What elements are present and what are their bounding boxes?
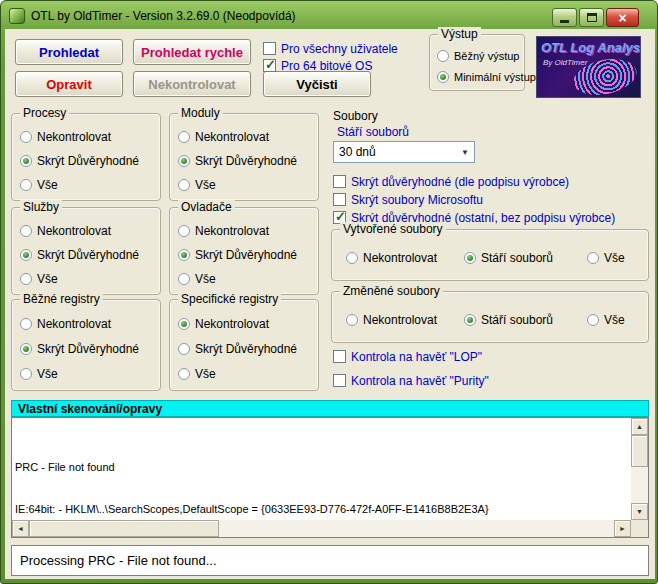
radio-standard-registry-hide-trusted[interactable]: Skrýt Důvěryhodné bbox=[20, 341, 139, 356]
custom-scan-text[interactable]: PRC - File not found IE:64bit: - HKLM\..… bbox=[15, 420, 629, 518]
radio-icon bbox=[20, 318, 32, 330]
radio-label: Vše bbox=[195, 272, 216, 286]
group-modules: Moduly Nekontrolovat Skrýt Důvěryhodné V… bbox=[169, 113, 319, 201]
radio-icon bbox=[178, 368, 190, 380]
radio-output-minimal[interactable]: Minimální výstup bbox=[437, 69, 536, 84]
radio-label: Minimální výstup bbox=[454, 71, 536, 83]
checkbox-lop[interactable]: Kontrola na havěť "LOP" bbox=[333, 349, 482, 364]
radio-modules-all[interactable]: Vše bbox=[178, 177, 216, 192]
maximize-icon bbox=[587, 13, 597, 22]
checkbox-all-users[interactable]: Pro všechny uživatele bbox=[263, 41, 398, 56]
log-line: IE:64bit: - HKLM\..\SearchScopes,Default… bbox=[15, 502, 629, 516]
log-area[interactable]: PRC - File not found IE:64bit: - HKLM\..… bbox=[11, 417, 649, 538]
scrollbar-corner bbox=[631, 520, 648, 537]
horizontal-scrollbar[interactable]: ◄ ► bbox=[12, 520, 631, 537]
group-title: Moduly bbox=[178, 106, 223, 120]
checkbox-hide-microsoft[interactable]: Skrýt soubory Microsoftu bbox=[333, 192, 483, 207]
checkbox-checked-icon bbox=[263, 59, 276, 72]
radio-label: Nekontrolovat bbox=[37, 224, 111, 238]
radio-label: Stáří souborů bbox=[481, 313, 553, 327]
radio-drivers-none[interactable]: Nekontrolovat bbox=[178, 223, 269, 238]
close-button[interactable]: × bbox=[606, 8, 639, 27]
vertical-scrollbar[interactable]: ▲ ▼ bbox=[631, 418, 648, 520]
checkbox-label: Pro 64 bitové OS bbox=[281, 59, 372, 73]
radio-label: Skrýt Důvěryhodné bbox=[37, 248, 139, 262]
radio-custom-registry-all[interactable]: Vše bbox=[178, 366, 216, 381]
app-icon bbox=[9, 8, 25, 24]
group-title: Vytvořené soubory bbox=[340, 222, 446, 236]
left-arrow-icon: ◄ bbox=[17, 525, 24, 532]
radio-selected-icon bbox=[178, 155, 190, 167]
radio-label: Skrýt Důvěryhodné bbox=[195, 248, 297, 262]
radio-services-hide-trusted[interactable]: Skrýt Důvěryhodné bbox=[20, 247, 139, 262]
checkbox-win64[interactable]: Pro 64 bitové OS bbox=[263, 58, 372, 73]
checkbox-icon bbox=[333, 350, 346, 363]
radio-label: Skrýt Důvěryhodné bbox=[37, 154, 139, 168]
client-area: Prohledat Prohledat rychle Opravit Nekon… bbox=[5, 29, 655, 579]
radio-label: Skrýt Důvěryhodné bbox=[195, 342, 297, 356]
radio-selected-icon bbox=[20, 155, 32, 167]
radio-services-none[interactable]: Nekontrolovat bbox=[20, 223, 111, 238]
radio-label: Stáří souborů bbox=[481, 251, 553, 265]
scroll-right-button[interactable]: ► bbox=[614, 520, 631, 537]
radio-standard-registry-all[interactable]: Vše bbox=[20, 366, 58, 381]
none-button[interactable]: Nekontrolovat bbox=[133, 71, 251, 97]
radio-created-none[interactable]: Nekontrolovat bbox=[346, 250, 437, 265]
group-custom-registry: Specifické registry Nekontrolovat Skrýt … bbox=[169, 299, 319, 391]
radio-output-standard[interactable]: Běžný výstup bbox=[437, 48, 519, 63]
scroll-up-button[interactable]: ▲ bbox=[631, 418, 648, 435]
horizontal-scroll-thumb[interactable] bbox=[29, 520, 219, 537]
status-text: Processing PRC - File not found... bbox=[20, 553, 217, 568]
radio-processes-hide-trusted[interactable]: Skrýt Důvěryhodné bbox=[20, 153, 139, 168]
radio-created-all[interactable]: Vše bbox=[587, 250, 625, 265]
radio-selected-icon bbox=[20, 343, 32, 355]
checkbox-purity[interactable]: Kontrola na havěť "Purity" bbox=[333, 373, 489, 388]
radio-processes-none[interactable]: Nekontrolovat bbox=[20, 129, 111, 144]
vertical-scroll-thumb[interactable] bbox=[631, 435, 648, 467]
radio-modules-hide-trusted[interactable]: Skrýt Důvěryhodné bbox=[178, 153, 297, 168]
group-title: Služby bbox=[20, 200, 62, 214]
scroll-down-button[interactable]: ▼ bbox=[631, 503, 648, 520]
radio-drivers-all[interactable]: Vše bbox=[178, 271, 216, 286]
radio-standard-registry-none[interactable]: Nekontrolovat bbox=[20, 316, 111, 331]
quick-scan-button[interactable]: Prohledat rychle bbox=[133, 39, 251, 65]
minimize-icon bbox=[560, 20, 569, 23]
scroll-left-button[interactable]: ◄ bbox=[12, 520, 29, 537]
group-title: Změněné soubory bbox=[340, 284, 443, 298]
radio-selected-icon bbox=[178, 318, 190, 330]
radio-drivers-hide-trusted[interactable]: Skrýt Důvěryhodné bbox=[178, 247, 297, 262]
maximize-button[interactable] bbox=[579, 8, 604, 27]
file-age-value: 30 dnů bbox=[334, 145, 456, 159]
radio-modified-age[interactable]: Stáří souborů bbox=[464, 312, 553, 327]
radio-modules-none[interactable]: Nekontrolovat bbox=[178, 129, 269, 144]
radio-custom-registry-hide-trusted[interactable]: Skrýt Důvěryhodné bbox=[178, 341, 297, 356]
output-group: Výstup Běžný výstup Minimální výstup bbox=[429, 34, 525, 91]
scan-button[interactable]: Prohledat bbox=[15, 39, 123, 65]
checkbox-label: Pro všechny uživatele bbox=[281, 42, 398, 56]
radio-label: Skrýt Důvěryhodné bbox=[195, 154, 297, 168]
right-arrow-icon: ► bbox=[619, 525, 626, 532]
radio-modified-none[interactable]: Nekontrolovat bbox=[346, 312, 437, 327]
radio-processes-all[interactable]: Vše bbox=[20, 177, 58, 192]
minimize-button[interactable] bbox=[552, 8, 577, 27]
radio-selected-icon bbox=[464, 252, 476, 264]
down-arrow-icon: ▼ bbox=[636, 508, 643, 515]
radio-modified-all[interactable]: Vše bbox=[587, 312, 625, 327]
clean-button[interactable]: Vyčisti bbox=[263, 71, 371, 97]
radio-custom-registry-none[interactable]: Nekontrolovat bbox=[178, 316, 269, 331]
radio-icon bbox=[20, 131, 32, 143]
group-standard-registry: Běžné registry Nekontrolovat Skrýt Důvěr… bbox=[11, 299, 161, 391]
group-title: Ovladače bbox=[178, 200, 235, 214]
radio-icon bbox=[178, 179, 190, 191]
fix-button[interactable]: Opravit bbox=[15, 71, 123, 97]
checkbox-label: Kontrola na havěť "LOP" bbox=[351, 350, 482, 364]
radio-services-all[interactable]: Vše bbox=[20, 271, 58, 286]
checkbox-hide-signed[interactable]: Skrýt důvěryhodné (dle podpisu výrobce) bbox=[333, 174, 569, 189]
radio-label: Nekontrolovat bbox=[363, 251, 437, 265]
file-age-label: Stáří souborů bbox=[337, 125, 409, 139]
radio-selected-icon bbox=[20, 249, 32, 261]
file-age-select[interactable]: 30 dnů ▼ bbox=[333, 141, 475, 163]
radio-created-age[interactable]: Stáří souborů bbox=[464, 250, 553, 265]
radio-icon bbox=[178, 343, 190, 355]
radio-label: Nekontrolovat bbox=[37, 130, 111, 144]
